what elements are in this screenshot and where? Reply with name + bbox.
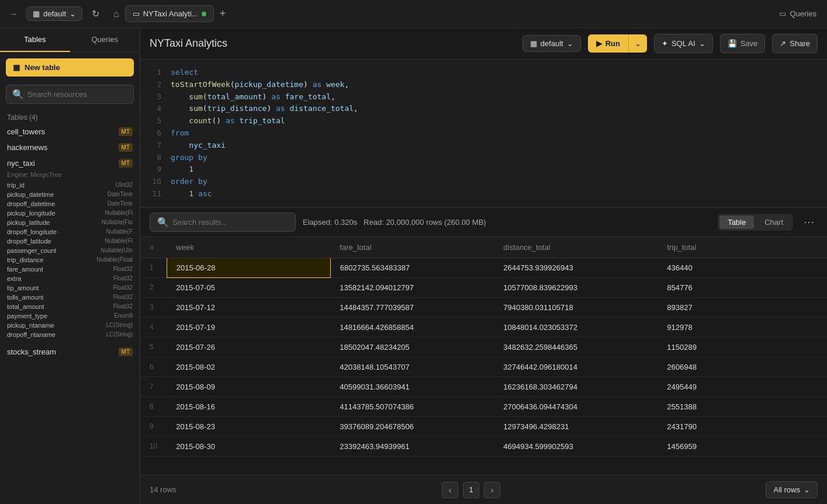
refresh-button[interactable]: ↻: [87, 6, 104, 22]
code-line-4: 4 sum(trip_distance) as distance_total,: [140, 103, 827, 115]
code-editor[interactable]: 1 select 2 toStartOfWeek(pickup_datetime…: [140, 60, 827, 208]
cell-distance-total: 3482632.2598446365: [494, 337, 658, 357]
results-search-box: 🔍: [150, 213, 296, 232]
field-list: trip_idUInt32 pickup_datetimeDateTime dr…: [5, 180, 135, 339]
page-number: 1: [463, 482, 479, 498]
cell-fare-total: 42038148.10543707: [330, 357, 494, 377]
col-header-week[interactable]: week: [167, 237, 330, 258]
save-button[interactable]: 💾 Save: [720, 34, 766, 53]
cell-trip-total: 2495449: [658, 377, 827, 397]
field-extra: extraFloat32: [7, 274, 133, 283]
mt-badge-nyc-taxi: MT: [119, 159, 133, 168]
db-pill[interactable]: ▦ default ⌄: [523, 35, 581, 52]
cell-row-num: 6: [140, 357, 167, 377]
cell-row-num: 2: [140, 277, 167, 297]
cell-row-num: 8: [140, 397, 167, 416]
queries-button[interactable]: ▭ Queries: [773, 7, 822, 20]
table-row: 92015-08-2339376089.20467850612973496.42…: [140, 416, 827, 436]
table-item-nyc-taxi[interactable]: nyc_taxi MT: [5, 155, 135, 171]
db-selector[interactable]: ▦ default ⌄: [26, 6, 82, 21]
cell-distance-total: 7940380.031105718: [494, 297, 658, 317]
tabs-area: ⌂ ▭ NYTaxi Analyti... + ▭ Queries: [109, 5, 822, 22]
field-total-amount: total_amountFloat32: [7, 302, 133, 311]
table-row: 22015-07-0513582142.09401279710577008.83…: [140, 277, 827, 297]
field-dropoff-datetime: dropoff_datetimeDateTime: [7, 199, 133, 208]
cell-trip-total: 912978: [658, 317, 827, 337]
home-tab-button[interactable]: ⌂: [109, 6, 124, 22]
table-item-stocks[interactable]: stocks_stream MT: [5, 344, 135, 360]
sql-ai-sparkle-icon: ✦: [662, 39, 668, 48]
table-item-cell-towers[interactable]: cell_towers MT: [5, 124, 135, 140]
sql-ai-button[interactable]: ✦ SQL AI ⌄: [654, 34, 713, 53]
more-options-button[interactable]: ⋯: [800, 214, 818, 230]
cell-week[interactable]: 2015-08-23: [167, 416, 330, 436]
cell-trip-total: 436440: [658, 258, 827, 277]
pagination: ‹ 1 ›: [442, 482, 500, 498]
run-dropdown-button[interactable]: ⌄: [628, 34, 647, 53]
cell-distance-total: 32746442.096180014: [494, 357, 658, 377]
table-name-cell-towers: cell_towers: [7, 127, 45, 136]
cell-fare-total: 39376089.204678506: [330, 416, 494, 436]
search-input[interactable]: [27, 90, 127, 99]
new-table-button[interactable]: ▦ New table: [6, 58, 134, 77]
code-line-1: 1 select: [140, 67, 827, 79]
run-group: ▶ Run ⌄: [588, 34, 647, 53]
cell-trip-total: 893827: [658, 297, 827, 317]
db-chevron-icon: ⌄: [70, 9, 76, 18]
cell-fare-total: 14484357.777039587: [330, 297, 494, 317]
save-label: Save: [741, 39, 758, 48]
view-tab-table[interactable]: Table: [719, 215, 754, 229]
all-rows-select[interactable]: All rows ⌄: [766, 481, 818, 498]
sidebar-tab-queries[interactable]: Queries: [70, 28, 140, 52]
save-icon: 💾: [728, 39, 737, 48]
code-line-10: 10 order by: [140, 176, 827, 188]
code-line-3: 3 sum(total_amount) as fare_total,: [140, 91, 827, 103]
run-dropdown-chevron: ⌄: [635, 39, 641, 48]
sidebar-content: Tables (4) cell_towers MT hackernews MT …: [0, 109, 140, 504]
results-table: # week fare_total distance_total trip_to…: [140, 237, 827, 475]
cell-week[interactable]: 2015-07-05: [167, 277, 330, 297]
cell-week[interactable]: 2015-07-26: [167, 337, 330, 357]
search-box: 🔍: [6, 85, 134, 104]
cell-fare-total: 40599031.36603941: [330, 377, 494, 397]
col-header-distance-total[interactable]: distance_total: [494, 237, 658, 258]
results-search-input[interactable]: [172, 218, 288, 227]
field-tip-amount: tip_amountFloat32: [7, 283, 133, 293]
view-tab-chart[interactable]: Chart: [756, 215, 791, 229]
results-body: 12015-06-286802735.5634833872644753.9399…: [140, 258, 827, 456]
tables-header: Tables (4): [5, 109, 135, 124]
cell-week[interactable]: 2015-08-16: [167, 397, 330, 416]
share-button[interactable]: ↗ Share: [772, 34, 818, 53]
share-label: Share: [790, 39, 810, 48]
mt-badge-cell-towers: MT: [119, 127, 133, 136]
sidebar-tab-tables[interactable]: Tables: [0, 28, 70, 52]
query-tab[interactable]: ▭ NYTaxi Analyti...: [125, 5, 214, 22]
code-line-9: 9 1: [140, 164, 827, 176]
cell-trip-total: 2606948: [658, 357, 827, 377]
run-button[interactable]: ▶ Run: [588, 34, 628, 53]
back-button[interactable]: →: [5, 7, 22, 20]
next-page-button[interactable]: ›: [484, 482, 500, 498]
run-label: Run: [605, 39, 620, 48]
cell-week[interactable]: 2015-08-30: [167, 436, 330, 456]
col-header-fare-total[interactable]: fare_total: [330, 237, 494, 258]
cell-week[interactable]: 2015-08-09: [167, 377, 330, 397]
results-search-icon: 🔍: [157, 217, 169, 228]
code-line-7: 7 nyc_taxi: [140, 140, 827, 152]
prev-page-button[interactable]: ‹: [442, 482, 458, 498]
new-table-label: New table: [25, 63, 60, 72]
cell-trip-total: 1150289: [658, 337, 827, 357]
table-item-hackernews[interactable]: hackernews MT: [5, 140, 135, 155]
col-header-trip-total[interactable]: trip_total: [658, 237, 827, 258]
add-tab-button[interactable]: +: [215, 5, 231, 22]
code-line-5: 5 count() as trip_total: [140, 115, 827, 127]
cell-week[interactable]: 2015-06-28: [167, 258, 330, 277]
cell-row-num: 3: [140, 297, 167, 317]
run-play-icon: ▶: [596, 39, 602, 48]
cell-distance-total: 12973496.4298231: [494, 416, 658, 436]
view-tabs: Table Chart: [718, 214, 793, 231]
field-tolls-amount: tolls_amountFloat32: [7, 293, 133, 302]
cell-week[interactable]: 2015-08-02: [167, 357, 330, 377]
cell-week[interactable]: 2015-07-12: [167, 297, 330, 317]
cell-week[interactable]: 2015-07-19: [167, 317, 330, 337]
